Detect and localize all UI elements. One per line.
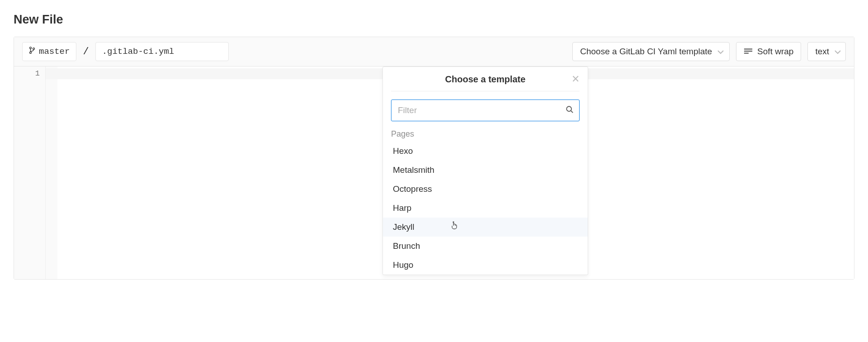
branch-icon xyxy=(29,46,35,57)
dropdown-title: Choose a template xyxy=(445,74,526,85)
template-filter[interactable] xyxy=(391,100,580,121)
syntax-selector-label: text xyxy=(815,47,829,57)
close-icon[interactable]: ✕ xyxy=(571,74,580,84)
editor-frame: master / Choose a GitLab CI Yaml templat… xyxy=(14,37,854,280)
template-group-label: Pages xyxy=(383,127,588,142)
chevron-down-icon xyxy=(717,47,724,57)
line-number: 1 xyxy=(14,68,40,79)
line-number-gutter: 1 xyxy=(14,66,46,279)
template-option[interactable]: Hexo xyxy=(383,142,588,161)
search-icon xyxy=(566,105,574,115)
template-option[interactable]: Octopress xyxy=(383,180,588,199)
template-option[interactable]: Brunch xyxy=(383,237,588,256)
soft-wrap-icon xyxy=(744,47,753,57)
template-option[interactable]: Jekyll xyxy=(383,218,588,237)
soft-wrap-button[interactable]: Soft wrap xyxy=(736,42,801,61)
template-option[interactable]: Metalsmith xyxy=(383,161,588,180)
editor-toolbar: master / Choose a GitLab CI Yaml templat… xyxy=(14,37,854,66)
syntax-selector[interactable]: text xyxy=(807,42,846,61)
branch-selector[interactable]: master xyxy=(22,42,76,61)
template-dropdown: Choose a template ✕ Pages HexoMetalsmith… xyxy=(382,66,588,275)
svg-point-2 xyxy=(33,48,35,50)
template-filter-input[interactable] xyxy=(397,105,566,116)
filename-input[interactable] xyxy=(95,42,229,61)
fold-gutter xyxy=(46,66,57,279)
chevron-down-icon xyxy=(835,47,841,57)
soft-wrap-label: Soft wrap xyxy=(757,47,793,57)
template-selector[interactable]: Choose a GitLab CI Yaml template xyxy=(572,42,730,61)
dropdown-header: Choose a template ✕ xyxy=(391,74,580,91)
svg-point-6 xyxy=(566,106,571,111)
svg-line-7 xyxy=(571,111,573,113)
cursor-icon xyxy=(451,221,458,230)
template-option[interactable]: Hugo xyxy=(383,256,588,275)
page-title: New File xyxy=(14,13,854,27)
path-separator: / xyxy=(83,46,89,57)
branch-name: master xyxy=(39,47,70,57)
template-option[interactable]: Harp xyxy=(383,199,588,218)
template-selector-label: Choose a GitLab CI Yaml template xyxy=(580,47,712,57)
svg-point-8 xyxy=(453,222,454,223)
svg-point-0 xyxy=(30,47,32,49)
svg-point-1 xyxy=(30,52,32,53)
